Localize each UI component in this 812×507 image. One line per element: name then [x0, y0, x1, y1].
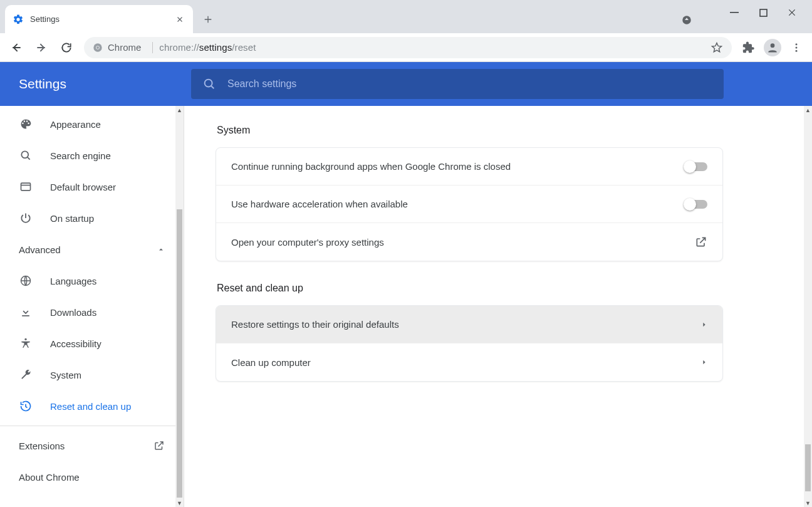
search-icon	[19, 149, 33, 162]
reload-button[interactable]	[55, 36, 78, 59]
omnibox[interactable]: Chrome chrome://settings/reset	[84, 37, 732, 58]
row-restore-defaults[interactable]: Restore settings to their original defau…	[216, 306, 722, 343]
svg-point-8	[796, 46, 798, 48]
sidebar-item-downloads[interactable]: Downloads	[0, 296, 184, 328]
power-icon	[19, 212, 33, 224]
chrome-icon	[93, 43, 103, 53]
window-controls	[714, 0, 812, 25]
sidebar-divider	[0, 426, 184, 426]
omnibox-chip-label: Chrome	[108, 42, 141, 53]
sidebar-item-label: Languages	[50, 276, 96, 286]
maximize-button[interactable]	[757, 6, 769, 19]
palette-icon	[19, 118, 33, 130]
sidebar-item-languages[interactable]: Languages	[0, 265, 184, 296]
sidebar-item-extensions[interactable]: Extensions	[0, 430, 184, 461]
system-card: Continue running background apps when Go…	[216, 147, 723, 261]
sidebar-item-label: Default browser	[50, 182, 116, 192]
content-area: Appearance Search engine Default browser…	[0, 106, 812, 507]
accessibility-icon	[19, 337, 33, 350]
globe-icon	[19, 274, 33, 287]
svg-point-14	[24, 338, 26, 340]
gear-icon	[13, 14, 24, 25]
search-icon	[202, 77, 216, 91]
chevron-right-icon	[701, 359, 707, 365]
section-title-reset: Reset and clean up	[217, 283, 723, 294]
new-tab-button[interactable]	[199, 11, 217, 28]
scrollbar-thumb[interactable]	[177, 209, 182, 498]
omnibox-url[interactable]: chrome://settings/reset	[159, 42, 704, 53]
download-icon	[19, 306, 33, 318]
svg-point-6	[771, 43, 775, 48]
history-icon	[19, 400, 33, 412]
sidebar-scrollbar[interactable]: ▲ ▼	[175, 106, 184, 507]
sidebar-item-label: About Chrome	[19, 472, 80, 483]
row-proxy-settings[interactable]: Open your computer's proxy settings	[216, 223, 722, 261]
profile-avatar-button[interactable]	[762, 37, 783, 58]
close-window-button[interactable]	[786, 6, 798, 19]
reset-card: Restore settings to their original defau…	[216, 305, 723, 382]
wrench-icon	[19, 368, 33, 381]
external-link-icon	[695, 236, 707, 248]
sidebar-item-system[interactable]: System	[0, 359, 184, 390]
sidebar-item-about[interactable]: About Chrome	[0, 461, 184, 493]
row-label: Continue running background apps when Go…	[231, 161, 511, 172]
svg-rect-1	[730, 12, 739, 13]
browser-icon	[19, 180, 33, 193]
omnibox-chip: Chrome	[93, 42, 153, 53]
sidebar-item-default-browser[interactable]: Default browser	[0, 171, 184, 202]
sidebar-advanced-toggle[interactable]: Advanced	[0, 234, 184, 265]
section-title-system: System	[217, 125, 723, 136]
sidebar-advanced-label: Advanced	[19, 244, 61, 255]
avatar-icon	[764, 39, 781, 56]
page-title: Settings	[0, 76, 191, 91]
scroll-down-icon[interactable]: ▼	[175, 499, 184, 507]
sidebar-item-label: Appearance	[50, 119, 101, 130]
sidebar-item-label: Downloads	[50, 307, 96, 318]
back-button[interactable]	[5, 36, 28, 59]
browser-tab[interactable]: Settings	[5, 5, 193, 33]
sidebar-item-accessibility[interactable]: Accessibility	[0, 328, 184, 359]
scroll-up-icon[interactable]: ▲	[804, 106, 812, 114]
minimize-button[interactable]	[728, 6, 741, 19]
sidebar-item-reset[interactable]: Reset and clean up	[0, 390, 184, 422]
svg-rect-12	[21, 183, 31, 191]
row-background-apps: Continue running background apps when Go…	[216, 148, 722, 186]
sidebar-item-appearance[interactable]: Appearance	[0, 108, 184, 140]
svg-point-7	[796, 43, 798, 45]
settings-header: Settings	[0, 62, 812, 106]
svg-rect-2	[760, 9, 767, 16]
sidebar-item-label: Search engine	[50, 150, 111, 161]
sidebar-item-on-startup[interactable]: On startup	[0, 202, 184, 234]
main-scrollbar[interactable]: ▲ ▼	[804, 106, 812, 507]
window-tabstrip: Settings	[0, 0, 812, 33]
sidebar-item-label: Extensions	[19, 441, 65, 451]
forward-button[interactable]	[30, 36, 53, 59]
scroll-down-icon[interactable]: ▼	[804, 499, 812, 507]
browser-toolbar: Chrome chrome://settings/reset	[0, 33, 812, 62]
sidebar-item-label: System	[50, 370, 81, 380]
row-hardware-accel: Use hardware acceleration when available	[216, 186, 722, 223]
sidebar-item-search-engine[interactable]: Search engine	[0, 140, 184, 171]
scrollbar-thumb[interactable]	[805, 444, 811, 491]
row-label: Restore settings to their original defau…	[231, 319, 399, 330]
sidebar-item-label: On startup	[50, 213, 94, 224]
sidebar-item-label: Accessibility	[50, 338, 102, 349]
toggle-hardware-accel[interactable]	[685, 200, 707, 209]
svg-point-5	[96, 46, 99, 49]
close-tab-button[interactable]	[174, 14, 185, 25]
profile-badge-icon[interactable]	[680, 14, 693, 26]
settings-search[interactable]	[191, 69, 724, 99]
row-label: Clean up computer	[231, 357, 311, 368]
bookmark-star-icon[interactable]	[710, 41, 723, 54]
svg-point-10	[205, 80, 212, 87]
tab-title: Settings	[30, 14, 168, 24]
row-label: Open your computer's proxy settings	[231, 237, 384, 248]
chevron-up-icon	[157, 246, 165, 253]
kebab-menu-button[interactable]	[786, 37, 807, 58]
row-clean-up-computer[interactable]: Clean up computer	[216, 343, 722, 381]
toggle-background-apps[interactable]	[685, 162, 707, 171]
scroll-up-icon[interactable]: ▲	[175, 106, 184, 114]
search-input[interactable]	[227, 78, 712, 90]
main-panel: System Continue running background apps …	[184, 106, 812, 507]
extensions-button[interactable]	[738, 37, 759, 58]
